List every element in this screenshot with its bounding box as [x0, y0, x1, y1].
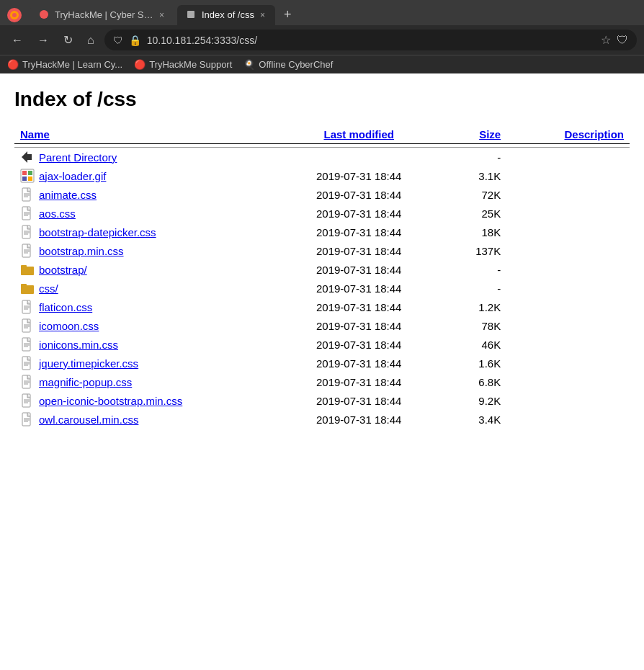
col-header-size[interactable]: Size — [445, 125, 506, 144]
tab-close-tryhackme[interactable]: × — [158, 10, 166, 20]
file-link[interactable]: Parent Directory — [20, 150, 117, 164]
table-row: animate.css 2019-07-31 18:44 72K — [14, 185, 630, 204]
file-size-cell: 3.1K — [445, 166, 506, 185]
file-icon — [20, 244, 35, 258]
bookmark-favicon-2: 🍳 — [243, 59, 255, 70]
file-link[interactable]: ionicons.min.css — [20, 337, 118, 352]
back-button[interactable]: ← — [7, 31, 27, 50]
file-name: bootstrap.min.css — [39, 245, 124, 257]
file-size-cell: 3.4K — [445, 410, 506, 429]
svg-rect-19 — [22, 225, 30, 238]
file-link[interactable]: bootstrap/ — [20, 262, 87, 277]
file-name: Parent Directory — [39, 151, 117, 164]
svg-point-2 — [12, 13, 17, 17]
table-row: flaticon.css 2019-07-31 18:44 1.2K — [14, 298, 630, 316]
bookmark-label-2: Offline CyberChef — [259, 59, 333, 70]
bookmark-favicon-0: 🔴 — [7, 59, 19, 70]
file-desc-cell — [506, 166, 630, 185]
svg-rect-8 — [28, 171, 32, 175]
file-name-cell: magnific-popup.css — [14, 372, 273, 391]
file-modified-cell: 2019-07-31 18:44 — [273, 223, 445, 241]
file-desc-cell — [506, 241, 630, 260]
svg-rect-35 — [22, 319, 30, 332]
file-name-cell: owl.carousel.min.css — [14, 410, 273, 429]
tab-title-index: Index of /css — [202, 9, 254, 20]
sort-modified-link[interactable]: Last modified — [323, 128, 394, 140]
table-row: owl.carousel.min.css 2019-07-31 18:44 3.… — [14, 410, 630, 429]
col-header-modified[interactable]: Last modified — [273, 125, 445, 144]
file-desc-cell — [506, 298, 630, 316]
file-name: jquery.timepicker.css — [39, 357, 138, 370]
file-icon — [20, 225, 35, 239]
file-link[interactable]: animate.css — [20, 187, 97, 202]
file-size-cell: 46K — [445, 335, 506, 354]
tab-index[interactable]: Index of /css × — [177, 5, 275, 25]
file-name-cell: bootstrap/ — [14, 260, 273, 279]
file-size-cell: - — [445, 260, 506, 279]
file-modified-cell: 2019-07-31 18:44 — [273, 354, 445, 372]
file-desc-cell — [506, 204, 630, 223]
sort-desc-link[interactable]: Description — [564, 128, 624, 140]
file-name-cell: open-iconic-bootstrap.min.css — [14, 391, 273, 410]
file-icon — [20, 300, 35, 314]
file-link[interactable]: css/ — [20, 281, 58, 295]
file-link[interactable]: bootstrap.min.css — [20, 244, 124, 258]
file-size-cell: 137K — [445, 241, 506, 260]
file-desc-cell — [506, 223, 630, 241]
shield-right-icon[interactable]: 🛡 — [617, 34, 628, 47]
bookmark-tryhackme[interactable]: 🔴 TryHackMe | Learn Cy... — [7, 59, 122, 70]
home-button[interactable]: ⌂ — [83, 31, 99, 50]
svg-rect-28 — [21, 265, 27, 268]
file-link[interactable]: jquery.timepicker.css — [20, 356, 138, 370]
file-link[interactable]: bootstrap-datepicker.css — [20, 225, 156, 239]
file-name: ionicons.min.css — [39, 339, 118, 351]
sort-size-link[interactable]: Size — [479, 128, 501, 140]
lock-icon: 🔒 — [129, 35, 141, 46]
file-link[interactable]: flaticon.css — [20, 300, 92, 314]
col-header-description[interactable]: Description — [506, 125, 630, 144]
file-size-cell: 78K — [445, 316, 506, 335]
file-modified-cell: 2019-07-31 18:44 — [273, 316, 445, 335]
file-name: icomoon.css — [39, 320, 99, 332]
file-name-cell: Parent Directory — [14, 148, 273, 167]
file-link[interactable]: open-iconic-bootstrap.min.css — [20, 393, 182, 408]
file-link[interactable]: ajax-loader.gif — [20, 169, 106, 183]
table-row: magnific-popup.css 2019-07-31 18:44 6.8K — [14, 372, 630, 391]
file-name: css/ — [39, 282, 58, 295]
tab-favicon-tryhackme — [39, 9, 50, 21]
svg-rect-23 — [22, 244, 30, 257]
sort-name-link[interactable]: Name — [20, 128, 50, 140]
forward-button[interactable]: → — [33, 31, 53, 50]
svg-rect-15 — [22, 207, 30, 220]
file-size-cell: - — [445, 279, 506, 298]
tab-close-index[interactable]: × — [259, 10, 267, 20]
tab-bar: TryHackMe | Cyber Secur × Index of /css … — [0, 0, 644, 25]
file-modified-cell: 2019-07-31 18:44 — [273, 372, 445, 391]
file-icon — [20, 281, 35, 295]
file-link[interactable]: magnific-popup.css — [20, 375, 132, 389]
col-header-name[interactable]: Name — [14, 125, 273, 144]
browser-chrome: TryHackMe | Cyber Secur × Index of /css … — [0, 0, 644, 73]
file-link[interactable]: aos.css — [20, 206, 76, 220]
file-link[interactable]: icomoon.css — [20, 318, 99, 333]
tab-tryhackme[interactable]: TryHackMe | Cyber Secur × — [30, 5, 174, 25]
file-name-cell: aos.css — [14, 204, 273, 223]
table-header-row: Name Last modified Size Description — [14, 125, 630, 144]
svg-rect-43 — [22, 357, 30, 370]
file-modified-cell: 2019-07-31 18:44 — [273, 410, 445, 429]
bookmark-favicon-1: 🔴 — [134, 59, 146, 70]
reload-button[interactable]: ↻ — [59, 30, 77, 50]
file-modified-cell: 2019-07-31 18:44 — [273, 260, 445, 279]
file-icon — [20, 169, 35, 183]
new-tab-button[interactable]: + — [278, 4, 298, 25]
file-name-cell: animate.css — [14, 185, 273, 204]
svg-rect-7 — [22, 171, 27, 175]
file-link[interactable]: owl.carousel.min.css — [20, 412, 138, 426]
bookmark-support[interactable]: 🔴 TryHackMe Support — [134, 59, 232, 70]
file-desc-cell — [506, 185, 630, 204]
address-bar[interactable]: 🛡 🔒 10.10.181.254:3333/css/ ☆ 🛡 — [104, 30, 637, 50]
bookmark-cyberchef[interactable]: 🍳 Offline CyberChef — [243, 59, 333, 70]
star-icon[interactable]: ☆ — [601, 33, 611, 47]
file-name: owl.carousel.min.css — [39, 414, 138, 426]
svg-rect-9 — [22, 177, 27, 181]
